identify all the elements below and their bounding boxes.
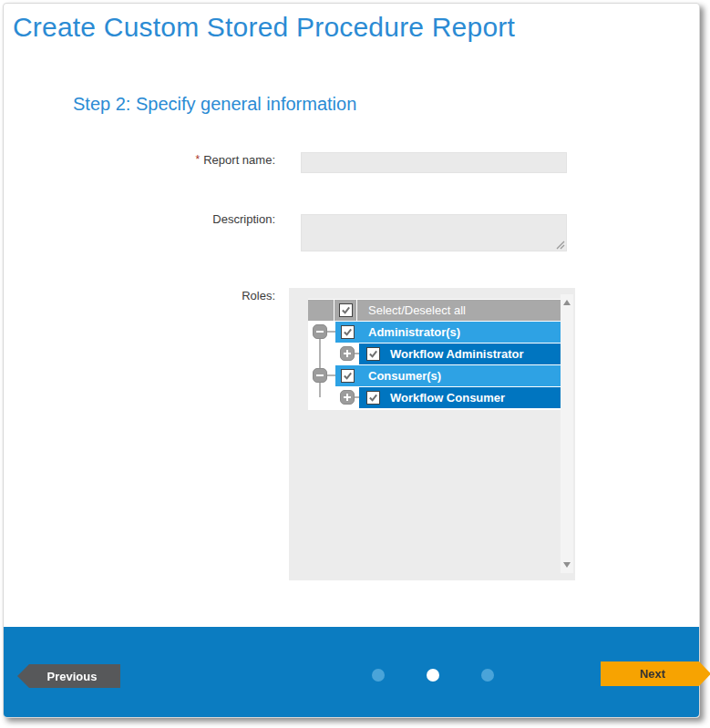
select-all-checkbox[interactable]	[339, 303, 353, 317]
next-button[interactable]: Next	[601, 661, 710, 686]
page-title: Create Custom Stored Procedure Report	[13, 12, 515, 43]
description-label: Description:	[77, 212, 275, 226]
tree-connector-line	[327, 331, 335, 333]
checkmark-icon	[368, 393, 378, 403]
tree-row-bar[interactable]: Workflow Consumer	[359, 387, 561, 408]
tree-row-workflow-administrator[interactable]: Workflow Administrator	[308, 343, 561, 364]
consumers-checkbox[interactable]	[341, 369, 355, 383]
tree-connector-line	[327, 374, 335, 376]
checkmark-icon	[343, 371, 353, 381]
tree-row-bar[interactable]: Consumer(s)	[335, 365, 561, 386]
description-textarea[interactable]	[301, 214, 567, 251]
roles-scrollbar[interactable]	[561, 294, 573, 573]
step-heading: Step 2: Specify general information	[73, 94, 356, 115]
tree-row-bar[interactable]: Workflow Administrator	[359, 343, 561, 364]
administrators-checkbox[interactable]	[341, 325, 355, 339]
workflow-administrator-checkbox[interactable]	[366, 347, 380, 361]
roles-label: Roles:	[77, 289, 275, 302]
tree-row-administrators[interactable]: Administrator(s)	[308, 322, 561, 343]
header-expander-cell	[308, 300, 334, 321]
tree-row-label: Consumer(s)	[368, 369, 441, 383]
required-marker: *	[196, 153, 201, 166]
collapse-icon[interactable]	[313, 324, 327, 339]
checkmark-icon	[343, 327, 353, 337]
wizard-dialog: Create Custom Stored Procedure Report St…	[3, 3, 700, 718]
wizard-step-dot-1	[372, 669, 385, 682]
report-name-input[interactable]	[301, 152, 567, 173]
roles-tree: Select/Deselect all Administrator(s)	[289, 288, 575, 580]
tree-row-consumers[interactable]: Consumer(s)	[308, 365, 561, 386]
wizard-footer: Previous Next	[4, 627, 699, 717]
header-checkbox-cell	[334, 300, 356, 321]
collapse-icon[interactable]	[313, 368, 327, 383]
tree-row-workflow-consumer[interactable]: Workflow Consumer	[308, 387, 561, 408]
select-all-label: Select/Deselect all	[368, 303, 466, 317]
header-label-cell: Select/Deselect all	[357, 300, 561, 321]
resize-handle-icon[interactable]	[556, 241, 565, 250]
previous-button[interactable]: Previous	[17, 664, 120, 688]
select-all-row[interactable]: Select/Deselect all	[308, 300, 561, 321]
checkmark-icon	[368, 349, 378, 359]
tree-row-label: Workflow Administrator	[390, 347, 524, 361]
workflow-consumer-checkbox[interactable]	[366, 391, 380, 405]
scroll-down-icon[interactable]	[563, 562, 571, 568]
checkmark-icon	[341, 305, 351, 315]
tree-row-bar[interactable]: Administrator(s)	[335, 322, 561, 343]
expand-icon[interactable]	[340, 346, 355, 361]
tree-row-label: Administrator(s)	[368, 325, 460, 339]
description-field-wrap	[301, 214, 567, 251]
wizard-step-dot-3	[481, 669, 494, 682]
report-name-label: *Report name:	[77, 153, 275, 167]
expand-icon[interactable]	[340, 390, 355, 405]
scroll-up-icon[interactable]	[563, 300, 571, 305]
tree-row-label: Workflow Consumer	[390, 391, 505, 405]
report-name-label-text: Report name:	[203, 153, 275, 167]
roles-tree-grid: Select/Deselect all Administrator(s)	[308, 299, 561, 410]
wizard-step-dot-2-active	[427, 669, 439, 682]
